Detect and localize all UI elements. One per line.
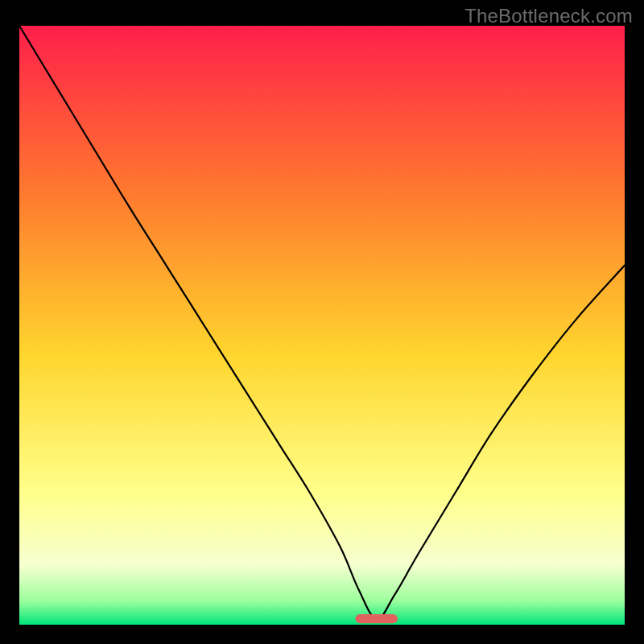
watermark-text: TheBottleneck.com <box>464 5 633 27</box>
optimum-marker <box>355 614 398 623</box>
gradient-background <box>19 26 625 625</box>
chart-svg <box>19 26 625 625</box>
chart-frame: TheBottleneck.com <box>0 0 644 644</box>
plot-area <box>19 26 625 625</box>
